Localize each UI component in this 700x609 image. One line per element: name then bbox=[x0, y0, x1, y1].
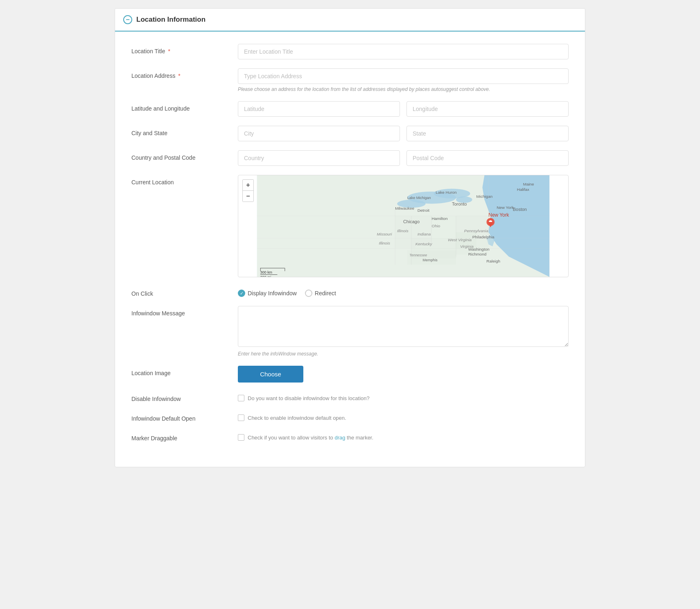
svg-text:300 km: 300 km bbox=[260, 270, 272, 274]
marker-draggable-checkbox-row: Check if you want to allow visitors to d… bbox=[238, 431, 569, 441]
city-state-wrapper bbox=[238, 126, 569, 141]
infowindow-default-open-wrapper: Check to enable infowindow default open. bbox=[238, 411, 569, 421]
svg-text:Richmond: Richmond bbox=[468, 252, 487, 256]
location-title-input[interactable] bbox=[238, 44, 569, 59]
redirect-label: Redirect bbox=[315, 290, 336, 297]
svg-text:Milwaukee: Milwaukee bbox=[395, 206, 414, 211]
svg-text:Lake Michigan: Lake Michigan bbox=[407, 196, 431, 200]
disable-infowindow-row: Disable Infowindow Do you want to disabl… bbox=[131, 392, 569, 402]
on-click-row: On Click Display Infowindow Redirect bbox=[131, 286, 569, 297]
svg-text:Missouri: Missouri bbox=[377, 232, 393, 236]
infowindow-default-open-checkbox-row: Check to enable infowindow default open. bbox=[238, 411, 569, 421]
svg-text:Lake Huron: Lake Huron bbox=[436, 190, 456, 195]
lat-long-row: Latitude and Longitude bbox=[131, 101, 569, 117]
lat-long-wrapper bbox=[238, 101, 569, 117]
location-title-wrapper bbox=[238, 44, 569, 59]
infowindow-default-open-label: Infowindow Default Open bbox=[131, 411, 238, 422]
disable-infowindow-label: Disable Infowindow bbox=[131, 392, 238, 402]
map-wrapper: Chicago Detroit Milwaukee Hamilton Toron… bbox=[238, 175, 569, 277]
radio-group: Display Infowindow Redirect bbox=[238, 286, 569, 297]
postal-input[interactable] bbox=[406, 150, 569, 166]
marker-draggable-wrapper: Check if you want to allow visitors to d… bbox=[238, 431, 569, 441]
svg-text:200 mi: 200 mi bbox=[260, 275, 271, 277]
svg-text:New York: New York bbox=[488, 212, 509, 218]
marker-draggable-text: Check if you want to allow visitors to d… bbox=[248, 435, 373, 441]
location-address-hint: Please choose an address for the locatio… bbox=[238, 86, 569, 92]
svg-text:Indiana: Indiana bbox=[418, 232, 431, 236]
infowindow-message-row: Infowindow Message Enter here the infoWi… bbox=[131, 306, 569, 357]
svg-text:New York: New York bbox=[497, 205, 514, 210]
current-location-label: Current Location bbox=[131, 175, 238, 186]
collapse-icon[interactable]: − bbox=[123, 15, 132, 24]
section-header: − Location Information bbox=[115, 9, 585, 32]
lat-long-inputs bbox=[238, 101, 569, 117]
disable-infowindow-checkbox[interactable] bbox=[238, 395, 244, 401]
redirect-radio[interactable] bbox=[305, 290, 312, 297]
city-state-row: City and State bbox=[131, 126, 569, 141]
svg-rect-58 bbox=[285, 268, 285, 271]
zoom-out-button[interactable]: − bbox=[243, 191, 253, 201]
required-star-2: * bbox=[176, 72, 180, 79]
location-address-row: Location Address * Please choose an addr… bbox=[131, 68, 569, 92]
location-address-label: Location Address * bbox=[131, 68, 238, 79]
choose-button[interactable]: Choose bbox=[238, 366, 303, 383]
latitude-input[interactable] bbox=[238, 101, 400, 117]
svg-text:Hamilton: Hamilton bbox=[431, 216, 447, 221]
page-wrapper: − Location Information Location Title * … bbox=[115, 8, 585, 467]
svg-text:Illinois: Illinois bbox=[379, 241, 390, 245]
infowindow-message-wrapper: Enter here the infoWindow message. bbox=[238, 306, 569, 357]
svg-rect-16 bbox=[407, 251, 456, 265]
svg-text:Detroit: Detroit bbox=[418, 208, 429, 213]
country-postal-wrapper bbox=[238, 150, 569, 166]
zoom-in-button[interactable]: + bbox=[243, 180, 253, 190]
section-title: Location Information bbox=[136, 16, 205, 24]
svg-text:Ohio: Ohio bbox=[431, 224, 440, 228]
location-image-label: Location Image bbox=[131, 366, 238, 376]
svg-text:Halifax: Halifax bbox=[517, 187, 529, 192]
city-state-inputs bbox=[238, 126, 569, 141]
city-input[interactable] bbox=[238, 126, 400, 141]
map-container[interactable]: Chicago Detroit Milwaukee Hamilton Toron… bbox=[238, 175, 569, 277]
svg-text:Memphis: Memphis bbox=[423, 258, 438, 262]
infowindow-default-open-checkbox[interactable] bbox=[238, 414, 244, 421]
on-click-wrapper: Display Infowindow Redirect bbox=[238, 286, 569, 297]
marker-draggable-checkbox[interactable] bbox=[238, 434, 244, 441]
svg-text:Michigan: Michigan bbox=[476, 194, 493, 199]
svg-text:Illinois: Illinois bbox=[397, 229, 409, 233]
display-infowindow-option[interactable]: Display Infowindow bbox=[238, 290, 297, 297]
svg-rect-60 bbox=[260, 274, 278, 275]
disable-infowindow-wrapper: Do you want to disable infowindow for th… bbox=[238, 392, 569, 401]
infowindow-default-open-row: Infowindow Default Open Check to enable … bbox=[131, 411, 569, 422]
location-address-wrapper: Please choose an address for the locatio… bbox=[238, 68, 569, 92]
infowindow-message-label: Infowindow Message bbox=[131, 306, 238, 317]
svg-rect-56 bbox=[260, 268, 285, 268]
city-state-label: City and State bbox=[131, 126, 238, 136]
svg-text:Boston: Boston bbox=[513, 207, 527, 212]
on-click-label: On Click bbox=[131, 286, 238, 297]
disable-infowindow-text: Do you want to disable infowindow for th… bbox=[248, 395, 370, 401]
location-title-label: Location Title * bbox=[131, 44, 238, 54]
svg-text:Maine: Maine bbox=[523, 182, 534, 186]
infowindow-message-textarea[interactable] bbox=[238, 306, 569, 347]
location-address-input[interactable] bbox=[238, 68, 569, 84]
state-input[interactable] bbox=[406, 126, 569, 141]
svg-text:Tennessee: Tennessee bbox=[409, 253, 427, 257]
svg-text:Kentucky: Kentucky bbox=[415, 242, 433, 246]
longitude-input[interactable] bbox=[406, 101, 569, 117]
lat-long-label: Latitude and Longitude bbox=[131, 101, 238, 112]
drag-link[interactable]: drag bbox=[334, 435, 345, 441]
map-controls: + − bbox=[242, 179, 254, 202]
svg-text:Washington: Washington bbox=[468, 247, 490, 251]
location-title-row: Location Title * bbox=[131, 44, 569, 59]
svg-text:Pennsylvania: Pennsylvania bbox=[464, 229, 488, 233]
infowindow-default-open-text: Check to enable infowindow default open. bbox=[248, 415, 346, 421]
country-postal-label: Country and Postal Code bbox=[131, 150, 238, 161]
location-image-row: Location Image Choose bbox=[131, 366, 569, 383]
marker-draggable-row: Marker Draggable Check if you want to al… bbox=[131, 431, 569, 441]
display-infowindow-radio[interactable] bbox=[238, 290, 245, 297]
country-input[interactable] bbox=[238, 150, 400, 166]
required-star: * bbox=[167, 48, 170, 54]
form-body: Location Title * Location Address * Plea… bbox=[115, 32, 585, 467]
redirect-option[interactable]: Redirect bbox=[305, 290, 336, 297]
svg-text:Raleigh: Raleigh bbox=[486, 259, 500, 263]
